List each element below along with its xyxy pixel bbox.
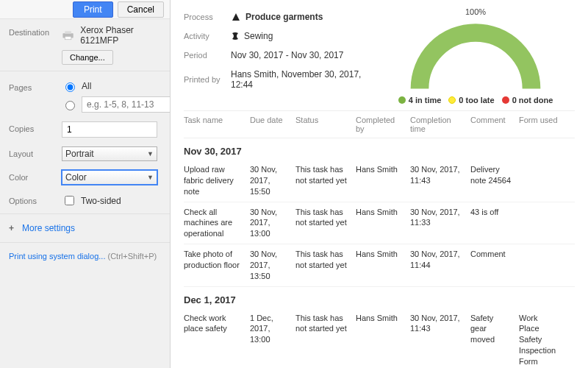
cell-status: This task has not started yet <box>295 249 348 271</box>
col-comment: Comment <box>470 116 512 124</box>
cell-task: Check work place safety <box>184 313 243 335</box>
cell-by: Hans Smith <box>356 313 403 324</box>
divider <box>0 71 170 71</box>
cell-status: This task has not started yet <box>295 313 348 335</box>
setting-destination: Destination Xerox Phaser 6121MFP Change.… <box>0 19 170 68</box>
printedby-value: Hans Smith, November 30, 2017, 12:44 <box>231 69 368 90</box>
panel-actions: Print Cancel <box>0 0 170 19</box>
pages-range-field[interactable] <box>82 96 170 113</box>
table-body: Nov 30, 2017Upload raw fabric delivery n… <box>184 138 575 368</box>
group-heading: Nov 30, 2017 <box>184 138 575 160</box>
legend-in-time: 4 in time <box>409 96 442 105</box>
cell-due: 1 Dec, 2017, 13:00 <box>250 313 288 346</box>
system-dialog-label: Print using system dialog... <box>9 252 105 261</box>
cell-comment: Delivery note 24564 <box>470 164 512 186</box>
col-task: Task name <box>184 116 243 124</box>
col-form: Form used <box>519 116 559 124</box>
legend-not-done: 0 not done <box>512 96 553 105</box>
cell-ctime: 30 Nov, 2017, 11:44 <box>410 249 463 271</box>
cell-due: 30 Nov, 2017, 15:50 <box>250 164 288 197</box>
change-printer-button[interactable]: Change... <box>62 50 113 65</box>
more-settings-toggle[interactable]: + More settings <box>0 217 170 239</box>
color-select[interactable]: Color ▼ <box>62 170 157 185</box>
completion-gauge: 100% 4 in time 0 too late 0 not done <box>376 7 575 105</box>
table-row: Check work place safety1 Dec, 2017, 13:0… <box>184 308 575 368</box>
panel-body: Destination Xerox Phaser 6121MFP Change.… <box>0 19 170 368</box>
cancel-button[interactable]: Cancel <box>118 1 164 18</box>
print-button[interactable]: Print <box>73 1 113 18</box>
divider <box>0 213 170 214</box>
twosided-checkbox[interactable]: Two-sided <box>62 194 161 208</box>
dot-red-icon <box>502 96 509 104</box>
setting-copies: Copies <box>0 116 170 141</box>
copies-label: Copies <box>9 121 56 133</box>
setting-color: Color Color ▼ <box>0 164 170 188</box>
divider <box>0 242 170 243</box>
setting-options: Options Two-sided <box>0 188 170 210</box>
pages-range-input[interactable] <box>65 101 75 110</box>
table-row: Take photo of production floor30 Nov, 20… <box>184 244 575 287</box>
cell-task: Upload raw fabric delivery note <box>184 164 243 197</box>
svg-rect-2 <box>65 36 71 39</box>
pages-all-radio[interactable]: All <box>62 80 170 92</box>
printedby-label: Printed by <box>184 75 225 84</box>
plus-icon: + <box>9 223 16 233</box>
twosided-input[interactable] <box>65 196 74 205</box>
cell-comment: 43 is off <box>470 207 512 218</box>
cell-ctime: 30 Nov, 2017, 11:43 <box>410 164 463 186</box>
printer-icon <box>62 30 74 40</box>
layout-value: Portrait <box>65 149 94 159</box>
cell-by: Hans Smith <box>356 249 403 260</box>
cell-ctime: 30 Nov, 2017, 11:33 <box>410 207 463 229</box>
layout-label: Layout <box>9 146 56 158</box>
pages-all-input[interactable] <box>65 82 75 92</box>
table-header: Task name Due date Status Completed by C… <box>184 110 575 138</box>
table-row: Check all machines are operational30 Nov… <box>184 202 575 245</box>
pages-range-radio[interactable] <box>62 96 170 113</box>
system-dialog-link[interactable]: Print using system dialog... (Ctrl+Shift… <box>0 246 170 269</box>
cell-status: This task has not started yet <box>295 207 348 229</box>
col-by: Completed by <box>356 116 403 133</box>
report-header: Process Produce garments Activity Sewing… <box>184 7 575 105</box>
period-label: Period <box>184 51 225 60</box>
legend-too-late: 0 too late <box>459 96 494 105</box>
pages-all-label: All <box>82 81 91 91</box>
cell-ctime: 30 Nov, 2017, 11:43 <box>410 313 463 335</box>
group-heading: Dec 1, 2017 <box>184 287 575 308</box>
report-meta: Process Produce garments Activity Sewing… <box>184 7 368 105</box>
copies-input[interactable] <box>62 121 157 138</box>
print-preview: Process Produce garments Activity Sewing… <box>171 0 588 368</box>
cell-comment: Safety gear moved <box>470 313 512 346</box>
layout-select[interactable]: Portrait ▼ <box>62 146 157 161</box>
gauge-arc <box>406 18 545 90</box>
cell-form: Work Place Safety Inspection Form <box>519 313 559 367</box>
cell-by: Hans Smith <box>356 207 403 218</box>
dot-green-icon <box>398 96 406 104</box>
svg-rect-1 <box>65 31 71 34</box>
more-settings-label: More settings <box>22 223 75 233</box>
cell-due: 30 Nov, 2017, 13:50 <box>250 249 288 282</box>
chevron-down-icon: ▼ <box>147 174 154 181</box>
col-status: Status <box>295 116 348 124</box>
activity-value: Sewing <box>244 31 273 41</box>
printer-line: Xerox Phaser 6121MFP <box>62 25 161 46</box>
print-settings-panel: Print Cancel Destination Xerox Phaser 61… <box>0 0 171 368</box>
system-dialog-hint: (Ctrl+Shift+P) <box>108 252 157 261</box>
setting-layout: Layout Portrait ▼ <box>0 141 170 164</box>
cell-task: Check all machines are operational <box>184 207 243 240</box>
process-icon <box>231 13 241 21</box>
setting-pages: Pages All <box>0 74 170 116</box>
col-due: Due date <box>250 116 288 124</box>
cell-status: This task has not started yet <box>295 164 348 186</box>
color-value: Color <box>65 172 87 183</box>
printer-name: Xerox Phaser 6121MFP <box>80 25 161 46</box>
gauge-legend: 4 in time 0 too late 0 not done <box>398 96 553 105</box>
activity-icon <box>231 32 240 40</box>
table-row: Upload raw fabric delivery note30 Nov, 2… <box>184 160 575 202</box>
twosided-label: Two-sided <box>81 196 121 206</box>
process-label: Process <box>184 13 225 21</box>
cell-comment: Comment <box>470 249 512 260</box>
cell-due: 30 Nov, 2017, 13:00 <box>250 207 288 240</box>
pages-label: Pages <box>9 80 56 92</box>
cell-by: Hans Smith <box>356 164 403 175</box>
